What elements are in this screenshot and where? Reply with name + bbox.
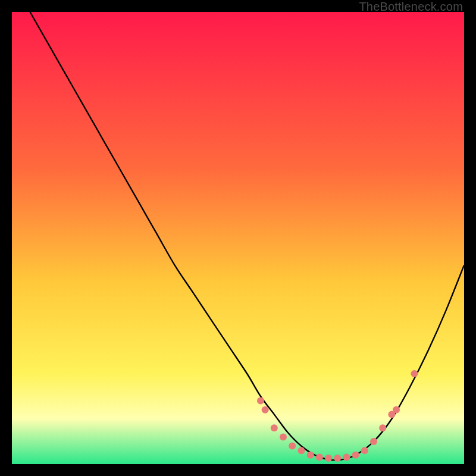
data-dot [280,433,287,440]
plot-area [12,12,464,464]
data-dot [334,455,341,462]
data-dot [393,406,400,414]
data-dot [298,447,305,454]
data-dot [325,455,332,462]
data-dot [271,424,278,431]
bottleneck-curve [30,12,464,460]
data-dot [343,454,350,461]
data-point-dots [257,370,418,462]
data-dot [361,447,368,454]
data-dot [289,443,296,450]
curve-path [30,12,464,460]
curve-layer [12,12,464,464]
data-dot [352,452,359,459]
data-dot [316,454,323,461]
data-dot [379,424,386,431]
data-dot [257,397,264,405]
chart-stage: TheBottleneck.com [0,0,476,476]
data-dot [262,406,269,414]
data-dot [370,438,377,445]
data-dot [307,452,314,459]
data-dot [411,370,418,377]
